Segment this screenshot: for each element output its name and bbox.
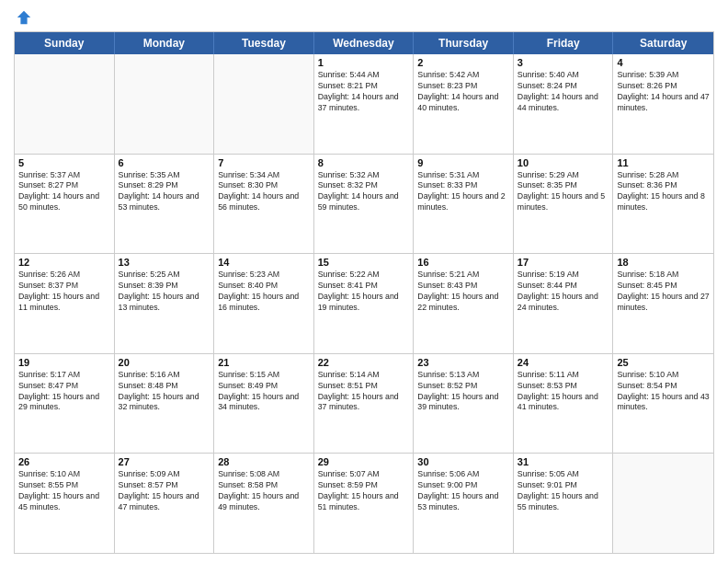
day-cell-17: 17Sunrise: 5:19 AM Sunset: 8:44 PM Dayli…: [514, 254, 614, 353]
day-number: 19: [18, 357, 110, 368]
cell-info: Sunrise: 5:21 AM Sunset: 8:43 PM Dayligh…: [417, 270, 509, 314]
day-cell-6: 6Sunrise: 5:35 AM Sunset: 8:29 PM Daylig…: [115, 155, 215, 254]
header-day-tuesday: Tuesday: [214, 32, 314, 54]
calendar-body: 1Sunrise: 5:44 AM Sunset: 8:21 PM Daylig…: [15, 54, 713, 553]
cell-info: Sunrise: 5:23 AM Sunset: 8:40 PM Dayligh…: [218, 270, 310, 314]
cell-info: Sunrise: 5:18 AM Sunset: 8:45 PM Dayligh…: [617, 270, 710, 314]
day-number: 20: [119, 357, 210, 368]
day-cell-29: 29Sunrise: 5:07 AM Sunset: 8:59 PM Dayli…: [314, 454, 415, 553]
calendar: SundayMondayTuesdayWednesdayThursdayFrid…: [14, 31, 714, 554]
empty-cell: [214, 54, 314, 154]
cell-info: Sunrise: 5:22 AM Sunset: 8:41 PM Dayligh…: [318, 270, 410, 314]
day-number: 26: [18, 456, 110, 467]
calendar-header: SundayMondayTuesdayWednesdayThursdayFrid…: [15, 32, 713, 54]
cell-info: Sunrise: 5:19 AM Sunset: 8:44 PM Dayligh…: [518, 270, 609, 314]
header: [14, 9, 714, 26]
day-number: 13: [119, 257, 210, 268]
day-cell-21: 21Sunrise: 5:15 AM Sunset: 8:49 PM Dayli…: [214, 354, 314, 454]
day-cell-10: 10Sunrise: 5:29 AM Sunset: 8:35 PM Dayli…: [514, 155, 614, 254]
header-day-monday: Monday: [115, 32, 215, 54]
day-number: 8: [318, 157, 410, 168]
cell-info: Sunrise: 5:34 AM Sunset: 8:30 PM Dayligh…: [218, 170, 310, 214]
day-number: 5: [18, 157, 110, 168]
day-number: 16: [417, 257, 509, 268]
day-cell-30: 30Sunrise: 5:06 AM Sunset: 9:00 PM Dayli…: [414, 454, 514, 553]
day-cell-7: 7Sunrise: 5:34 AM Sunset: 8:30 PM Daylig…: [214, 155, 314, 254]
cell-info: Sunrise: 5:11 AM Sunset: 8:53 PM Dayligh…: [518, 370, 609, 414]
day-number: 2: [417, 57, 509, 68]
empty-cell: [15, 54, 115, 154]
cell-info: Sunrise: 5:25 AM Sunset: 8:39 PM Dayligh…: [119, 270, 210, 314]
day-cell-27: 27Sunrise: 5:09 AM Sunset: 8:57 PM Dayli…: [115, 454, 215, 553]
cell-info: Sunrise: 5:10 AM Sunset: 8:54 PM Dayligh…: [617, 370, 710, 414]
day-cell-1: 1Sunrise: 5:44 AM Sunset: 8:21 PM Daylig…: [314, 54, 415, 154]
cell-info: Sunrise: 5:08 AM Sunset: 8:58 PM Dayligh…: [218, 469, 310, 513]
day-cell-11: 11Sunrise: 5:28 AM Sunset: 8:36 PM Dayli…: [613, 155, 713, 254]
day-cell-2: 2Sunrise: 5:42 AM Sunset: 8:23 PM Daylig…: [414, 54, 514, 154]
day-cell-22: 22Sunrise: 5:14 AM Sunset: 8:51 PM Dayli…: [314, 354, 415, 454]
day-cell-28: 28Sunrise: 5:08 AM Sunset: 8:58 PM Dayli…: [214, 454, 314, 553]
day-number: 27: [119, 456, 210, 467]
day-number: 11: [617, 157, 710, 168]
day-number: 22: [318, 357, 410, 368]
cell-info: Sunrise: 5:14 AM Sunset: 8:51 PM Dayligh…: [318, 370, 410, 414]
day-number: 4: [617, 57, 710, 68]
header-day-sunday: Sunday: [15, 32, 115, 54]
day-number: 28: [218, 456, 310, 467]
calendar-row-2: 12Sunrise: 5:26 AM Sunset: 8:37 PM Dayli…: [15, 253, 713, 353]
empty-cell: [115, 54, 215, 154]
cell-info: Sunrise: 5:44 AM Sunset: 8:21 PM Dayligh…: [318, 70, 410, 114]
day-cell-8: 8Sunrise: 5:32 AM Sunset: 8:32 PM Daylig…: [314, 155, 415, 254]
day-number: 25: [617, 357, 710, 368]
day-number: 6: [119, 157, 210, 168]
day-number: 14: [218, 257, 310, 268]
header-day-thursday: Thursday: [414, 32, 514, 54]
cell-info: Sunrise: 5:07 AM Sunset: 8:59 PM Dayligh…: [318, 469, 410, 513]
cell-info: Sunrise: 5:31 AM Sunset: 8:33 PM Dayligh…: [417, 170, 509, 214]
day-number: 30: [417, 456, 509, 467]
calendar-row-4: 26Sunrise: 5:10 AM Sunset: 8:55 PM Dayli…: [15, 453, 713, 553]
cell-info: Sunrise: 5:40 AM Sunset: 8:24 PM Dayligh…: [518, 70, 609, 114]
day-number: 23: [417, 357, 509, 368]
logo-icon: [16, 9, 32, 26]
page: SundayMondayTuesdayWednesdayThursdayFrid…: [0, 0, 728, 563]
cell-info: Sunrise: 5:16 AM Sunset: 8:48 PM Dayligh…: [119, 370, 210, 414]
day-cell-4: 4Sunrise: 5:39 AM Sunset: 8:26 PM Daylig…: [613, 54, 713, 154]
cell-info: Sunrise: 5:29 AM Sunset: 8:35 PM Dayligh…: [518, 170, 609, 214]
day-number: 21: [218, 357, 310, 368]
day-number: 17: [518, 257, 609, 268]
day-number: 7: [218, 157, 310, 168]
day-cell-19: 19Sunrise: 5:17 AM Sunset: 8:47 PM Dayli…: [15, 354, 115, 454]
day-cell-12: 12Sunrise: 5:26 AM Sunset: 8:37 PM Dayli…: [15, 254, 115, 353]
day-number: 31: [518, 456, 609, 467]
day-cell-31: 31Sunrise: 5:05 AM Sunset: 9:01 PM Dayli…: [514, 454, 614, 553]
day-number: 24: [518, 357, 609, 368]
logo: [14, 9, 32, 26]
cell-info: Sunrise: 5:06 AM Sunset: 9:00 PM Dayligh…: [417, 469, 509, 513]
cell-info: Sunrise: 5:32 AM Sunset: 8:32 PM Dayligh…: [318, 170, 410, 214]
day-cell-3: 3Sunrise: 5:40 AM Sunset: 8:24 PM Daylig…: [514, 54, 614, 154]
day-cell-13: 13Sunrise: 5:25 AM Sunset: 8:39 PM Dayli…: [115, 254, 215, 353]
day-number: 18: [617, 257, 710, 268]
day-cell-18: 18Sunrise: 5:18 AM Sunset: 8:45 PM Dayli…: [613, 254, 713, 353]
day-number: 3: [518, 57, 609, 68]
cell-info: Sunrise: 5:42 AM Sunset: 8:23 PM Dayligh…: [417, 70, 509, 114]
day-number: 1: [318, 57, 410, 68]
day-cell-24: 24Sunrise: 5:11 AM Sunset: 8:53 PM Dayli…: [514, 354, 614, 454]
cell-info: Sunrise: 5:35 AM Sunset: 8:29 PM Dayligh…: [119, 170, 210, 214]
day-cell-16: 16Sunrise: 5:21 AM Sunset: 8:43 PM Dayli…: [414, 254, 514, 353]
cell-info: Sunrise: 5:26 AM Sunset: 8:37 PM Dayligh…: [18, 270, 110, 314]
day-cell-25: 25Sunrise: 5:10 AM Sunset: 8:54 PM Dayli…: [613, 354, 713, 454]
day-cell-5: 5Sunrise: 5:37 AM Sunset: 8:27 PM Daylig…: [15, 155, 115, 254]
cell-info: Sunrise: 5:28 AM Sunset: 8:36 PM Dayligh…: [617, 170, 710, 214]
empty-cell: [613, 454, 713, 553]
calendar-row-3: 19Sunrise: 5:17 AM Sunset: 8:47 PM Dayli…: [15, 353, 713, 454]
calendar-row-0: 1Sunrise: 5:44 AM Sunset: 8:21 PM Daylig…: [15, 54, 713, 154]
day-cell-15: 15Sunrise: 5:22 AM Sunset: 8:41 PM Dayli…: [314, 254, 415, 353]
header-day-wednesday: Wednesday: [314, 32, 415, 54]
cell-info: Sunrise: 5:37 AM Sunset: 8:27 PM Dayligh…: [18, 170, 110, 214]
day-number: 29: [318, 456, 410, 467]
header-day-saturday: Saturday: [613, 32, 713, 54]
cell-info: Sunrise: 5:05 AM Sunset: 9:01 PM Dayligh…: [518, 469, 609, 513]
cell-info: Sunrise: 5:17 AM Sunset: 8:47 PM Dayligh…: [18, 370, 110, 414]
